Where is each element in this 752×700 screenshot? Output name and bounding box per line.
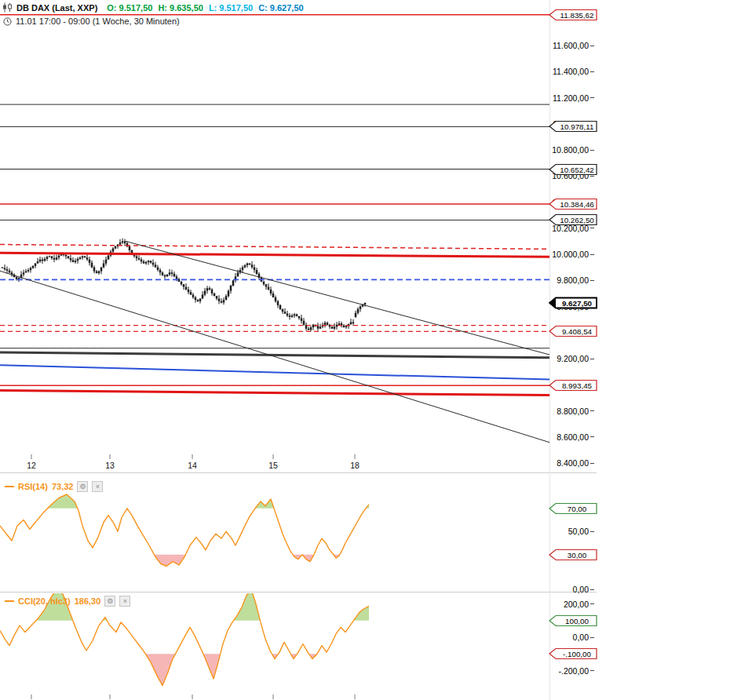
chart-type-icon[interactable] xyxy=(2,2,13,13)
indicator-close-button[interactable]: × xyxy=(119,596,130,607)
level-callout[interactable]: -.100,00 xyxy=(549,647,597,660)
axis-tick-label: 8.800,00 xyxy=(550,406,594,416)
level-callout[interactable]: 8.993,45 xyxy=(549,379,597,392)
cci-value: 186,30 xyxy=(75,596,101,606)
axis-tick-label: 8.400,00 xyxy=(550,458,594,468)
axis-tick-label: -.200,00 xyxy=(550,665,594,676)
chart-header: DB DAX (Last, XXP) O: 9.517,50H: 9.635,5… xyxy=(2,2,304,13)
indicator-settings-button[interactable]: ⚙ xyxy=(77,481,88,492)
axis-tick-label: 0,00 xyxy=(550,585,594,595)
x-axis-label: 12 xyxy=(24,461,39,470)
indicator-close-button[interactable]: × xyxy=(92,481,103,492)
axis-tick-label: 11.200,00 xyxy=(550,93,594,103)
timeframe-bar: 11.01 17:00 - 09:00 (1 Woche, 30 Minuten… xyxy=(3,16,180,26)
ohlc-value: L: 9.517,50 xyxy=(209,3,253,13)
last-price-callout[interactable]: 9.627,50 xyxy=(549,297,597,309)
svg-text:9.408,54: 9.408,54 xyxy=(562,327,593,336)
cci-label[interactable]: CCI(20, hlc3) xyxy=(18,596,71,606)
timeframe-label: 11.01 17:00 - 09:00 (1 Woche, 30 Minuten… xyxy=(16,16,180,26)
axis-tick-label: 10.800,00 xyxy=(550,145,594,155)
level-callout[interactable]: 11.835,62 xyxy=(549,9,597,21)
level-callout[interactable]: 10.978,11 xyxy=(549,120,597,133)
x-axis-label: 13 xyxy=(102,461,118,470)
clock-icon xyxy=(3,17,12,26)
svg-text:10.652,42: 10.652,42 xyxy=(560,165,594,173)
chart-window: 11.600,0011.400,0011.200,0011.000,0010.8… xyxy=(0,0,752,700)
svg-text:11.835,62: 11.835,62 xyxy=(560,11,594,20)
rsi-line-swatch xyxy=(5,486,14,487)
svg-text:30,00: 30,00 xyxy=(568,551,587,560)
svg-text:8.993,45: 8.993,45 xyxy=(562,381,593,390)
axis-tick-label: 9.800,00 xyxy=(550,275,594,286)
svg-text:10.262,50: 10.262,50 xyxy=(560,216,594,224)
level-callout[interactable]: 100,00 xyxy=(549,614,597,627)
cci-line-swatch xyxy=(5,600,14,602)
level-callout[interactable]: 70,00 xyxy=(549,502,597,515)
svg-text:10.978,11: 10.978,11 xyxy=(560,122,594,131)
level-callout[interactable]: 30,00 xyxy=(549,549,597,561)
axis-tick-label: 11.400,00 xyxy=(550,67,594,77)
ohlc-value: O: 9.517,50 xyxy=(107,3,152,13)
rsi-label[interactable]: RSI(14) xyxy=(18,482,48,491)
svg-text:100,00: 100,00 xyxy=(565,617,590,625)
cci-header: CCI(20, hlc3) 186,30 ⚙ × xyxy=(5,596,130,607)
ohlc-value: C: 9.627,50 xyxy=(258,3,303,13)
rsi-value: 73,32 xyxy=(52,482,74,491)
axis-tick-label: 8.600,00 xyxy=(550,432,594,442)
x-axis-label: 18 xyxy=(347,461,363,470)
symbol-title[interactable]: DB DAX (Last, XXP) xyxy=(16,3,97,13)
axis-tick-label: 11.600,00 xyxy=(550,41,594,51)
svg-text:10.384,46: 10.384,46 xyxy=(560,200,594,209)
axis-tick-label: 10.000,00 xyxy=(550,250,594,260)
axis-tick-label: 9.200,00 xyxy=(550,354,594,364)
axis-tick-label: 50,00 xyxy=(550,527,594,537)
level-callout[interactable]: 9.408,54 xyxy=(549,325,597,337)
axis-tick-label: 200,00 xyxy=(550,599,594,609)
x-axis-label: 14 xyxy=(184,461,200,470)
x-axis-label: 15 xyxy=(265,461,281,470)
axis-tick-label: 0,00 xyxy=(550,633,594,643)
svg-text:9.627,50: 9.627,50 xyxy=(562,299,593,308)
svg-text:70,00: 70,00 xyxy=(568,505,587,513)
level-callout[interactable]: 10.262,50 xyxy=(549,213,597,226)
ohlc-value: H: 9.635,50 xyxy=(158,3,203,13)
indicator-settings-button[interactable]: ⚙ xyxy=(104,596,115,607)
svg-text:-.100,00: -.100,00 xyxy=(563,650,592,658)
level-callout[interactable]: 10.652,42 xyxy=(549,163,597,176)
level-callout[interactable]: 10.384,46 xyxy=(549,198,597,210)
ohlc-readout: O: 9.517,50H: 9.635,50L: 9.517,50C: 9.62… xyxy=(101,3,303,13)
rsi-header: RSI(14) 73,32 ⚙ × xyxy=(5,481,103,492)
